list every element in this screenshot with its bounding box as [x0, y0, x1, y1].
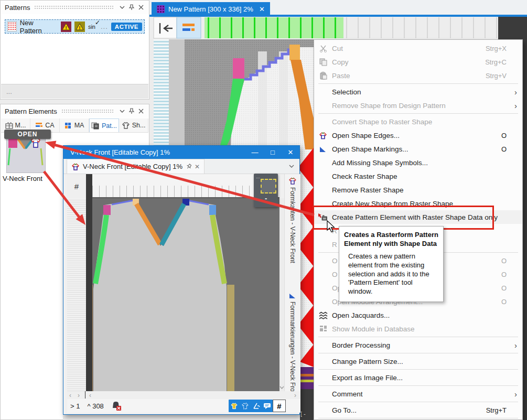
menu-item-selection[interactable]: Selection› — [314, 85, 522, 99]
menu-item-shortcut: O — [501, 257, 522, 265]
document-tab[interactable]: New Pattern [300 x 336] 2% ✕ — [152, 2, 270, 16]
menu-icon-placeholder — [318, 101, 328, 110]
vneck-editor-window: V-Neck Front [Editable Copy] 1% — □ ✕ V-… — [63, 145, 300, 415]
close-icon[interactable] — [136, 106, 146, 116]
submenu-arrow-icon: › — [514, 390, 517, 399]
menu-item-show-module-in-database[interactable]: Show Module in Database — [314, 322, 522, 336]
patterns-panel-header[interactable]: Patterns — [1, 1, 149, 14]
menu-item-remove-shape-from-design-pattern[interactable]: Remove Shape from Design Pattern› — [314, 99, 522, 112]
thumb-pink-block — [8, 139, 17, 148]
pattern-element-label[interactable]: V-Neck Front — [3, 175, 42, 182]
tab-sh[interactable]: Sh... — [119, 119, 148, 132]
menu-item-label: O — [332, 271, 338, 278]
pattern-element-thumbnail[interactable] — [6, 135, 46, 173]
menu-item-shortcut: O — [501, 298, 522, 306]
vertical-scrollbar[interactable] — [279, 198, 284, 391]
comment-bubble-icon[interactable] — [262, 400, 273, 412]
menu-item-change-pattern-size[interactable]: Change Pattern Size... — [314, 354, 522, 368]
left-edge-marker — [86, 174, 92, 391]
pin-icon[interactable] — [127, 3, 136, 12]
panel-drag-handle[interactable] — [61, 109, 113, 113]
menu-item-check-raster-shape[interactable]: Check Raster Shape — [314, 169, 522, 183]
vneck-window-titlebar[interactable]: V-Neck Front [Editable Copy] 1% — □ ✕ — [63, 146, 299, 159]
side-tab-formkanten[interactable]: Formkanten - V-Neck Front — [285, 175, 299, 282]
paste-icon — [318, 71, 328, 80]
ruler-corner-hash[interactable]: # — [67, 174, 87, 198]
tab-label: M... — [15, 122, 26, 129]
menu-icon-placeholder — [318, 240, 328, 249]
close-icon[interactable] — [136, 3, 146, 12]
menu-item-go-to[interactable]: Go To...Strg+T — [314, 403, 522, 417]
tab-ma[interactable]: MA — [60, 119, 89, 132]
document-tab-close-icon[interactable]: ✕ — [259, 5, 265, 13]
menu-item-copy[interactable]: CopyStrg+C — [314, 55, 522, 69]
pattern-elements-panel-header[interactable]: Pattern Elements — [1, 104, 149, 118]
menu-item-remove-raster-shape[interactable]: Remove Raster Shape — [314, 183, 522, 197]
patterns-panel-footer[interactable]: ... — [1, 84, 148, 99]
menu-item-label: Copy — [332, 58, 349, 66]
menu-item-convert-shape-to-raster-shape[interactable]: Convert Shape to Raster Shape — [314, 115, 522, 128]
pattern-element-icon — [91, 122, 100, 130]
warning-red-icon: ! — [61, 21, 71, 32]
scroll-left-icon[interactable]: ‹ — [69, 392, 71, 399]
shirt-yellow-icon[interactable] — [229, 400, 240, 412]
tab-label: Pat... — [102, 122, 117, 130]
menu-icon-placeholder — [318, 389, 328, 399]
column-ruler[interactable] — [343, 17, 498, 38]
menu-item-label: Paste — [332, 72, 350, 80]
column-ruler-selected[interactable] — [205, 17, 343, 38]
horizontal-scrollbar[interactable]: ‹ › ‹ › — [67, 391, 300, 399]
vneck-document-tab[interactable]: V-Neck Front [Editable Copy] 1% ✕ — [67, 159, 205, 174]
menu-item-border-processing[interactable]: Border Processing› — [314, 338, 522, 352]
color-arrangement-tool-icon[interactable] — [177, 17, 201, 38]
measure-icon[interactable] — [251, 400, 262, 412]
chevron-down-icon[interactable] — [117, 3, 127, 12]
pattern-elements-panel-title: Pattern Elements — [5, 107, 57, 115]
view-toolbar — [229, 400, 273, 412]
chevron-down-icon[interactable] — [289, 165, 294, 168]
scroll-right-icon[interactable]: › — [294, 392, 296, 399]
go-to-start-icon[interactable] — [154, 17, 177, 38]
minimize-icon[interactable]: — — [246, 148, 264, 156]
menu-item-open-shape-edges[interactable]: Open Shape Edges...O — [314, 128, 522, 142]
maximize-icon[interactable]: □ — [264, 148, 282, 156]
close-icon[interactable]: ✕ — [282, 148, 299, 156]
navigator-viewport-icon[interactable] — [261, 179, 276, 193]
panel-drag-handle[interactable] — [34, 5, 113, 9]
pattern-list-item[interactable]: New Pattern ! ! sin ✓ ... ACTIVE — [5, 19, 145, 34]
pin-icon[interactable] — [127, 106, 136, 116]
menu-item-open-jacquards[interactable]: Open Jacquards... — [314, 308, 522, 322]
menu-item-label: R — [332, 241, 337, 249]
menu-item-add-missing-shape-symbols[interactable]: Add Missing Shape Symbols... — [314, 156, 522, 169]
side-tab-formmarkierungen[interactable]: Formmarkierungen - V-Neck Front — [285, 290, 299, 402]
vneck-status-bar: > 1 ^ 308 # — [67, 399, 300, 413]
menu-item-export-as-image-file[interactable]: Export as Image File... — [314, 371, 522, 384]
pin-icon[interactable] — [186, 164, 191, 169]
scroll-right-icon[interactable]: › — [78, 392, 80, 399]
menu-item-comment[interactable]: Comment› — [314, 387, 522, 401]
shirt-outline-icon[interactable] — [240, 400, 251, 412]
menu-separator — [318, 402, 518, 402]
shape-canvas[interactable] — [92, 198, 279, 391]
vertical-ruler[interactable] — [67, 198, 86, 391]
side-left-marker — [92, 285, 93, 391]
menu-item-paste[interactable]: PasteStrg+V — [314, 69, 522, 82]
tab-pat[interactable]: Pat... — [89, 119, 119, 132]
menu-item-label: Change Pattern Size... — [332, 358, 403, 365]
menu-item-open-shape-markings[interactable]: Open Shape Markings...O — [314, 142, 522, 156]
shape-edges-icon — [318, 131, 328, 140]
menu-item-shortcut: Strg+X — [486, 45, 522, 52]
grid-hash-button[interactable]: # — [273, 400, 286, 412]
menu-item-shortcut: O — [501, 145, 522, 153]
navigator-panel[interactable]: ... - — [254, 174, 278, 207]
menu-item-cut[interactable]: CutStrg+X — [314, 41, 522, 55]
menu-icon-placeholder — [318, 283, 328, 293]
chevron-down-icon[interactable] — [117, 106, 127, 116]
navigator-zoom-out[interactable]: - — [265, 195, 267, 202]
marking-triangle-icon — [289, 293, 296, 299]
horizontal-ruler[interactable] — [92, 174, 279, 198]
status-row: ^ 308 — [87, 402, 103, 410]
menu-icon-placeholder — [318, 405, 328, 415]
close-icon[interactable]: ✕ — [195, 163, 200, 170]
scroll-left-icon[interactable]: ‹ — [89, 392, 91, 399]
